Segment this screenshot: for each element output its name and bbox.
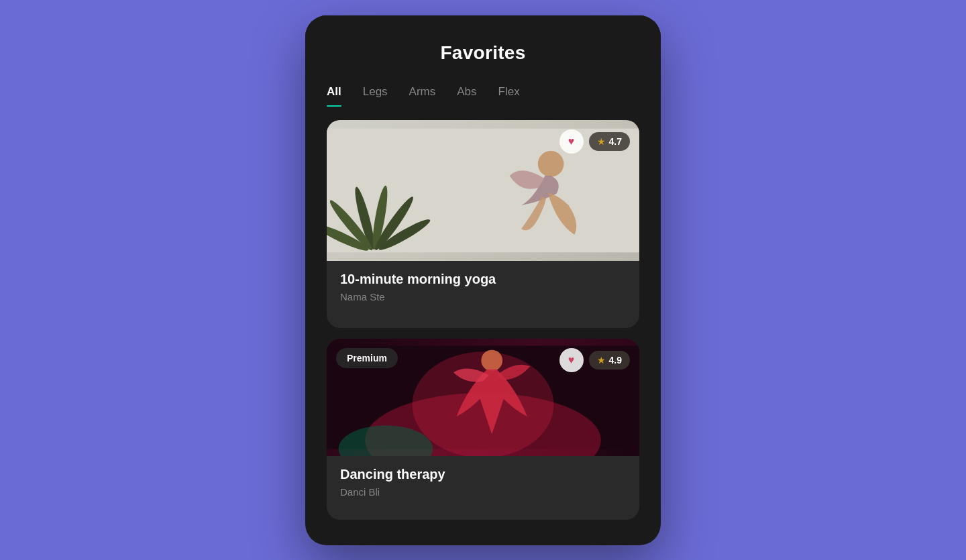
dancing-rating-badge: ★ 4.9	[589, 351, 630, 370]
card-dancing[interactable]: Premium ♥ ★ 4.9 Dancing therapy Danci Bl…	[327, 339, 639, 520]
card-yoga-info: 10-minute morning yoga Nama Ste	[327, 261, 639, 313]
heart-icon: ♥	[568, 135, 575, 148]
heart-icon: ♥	[568, 354, 575, 366]
card-yoga-image: ♥ ★ 4.7	[327, 120, 639, 261]
premium-badge: Premium	[336, 348, 398, 368]
svg-point-12	[481, 349, 502, 371]
card-dancing-info: Dancing therapy Danci Bli	[327, 456, 639, 508]
star-icon: ★	[597, 355, 606, 366]
tab-legs[interactable]: Legs	[363, 85, 388, 107]
star-icon: ★	[597, 136, 606, 147]
tab-arms[interactable]: Arms	[409, 85, 436, 107]
dancing-title: Dancing therapy	[340, 467, 626, 482]
yoga-rating-badge: ★ 4.7	[589, 132, 630, 151]
header: Favorites	[305, 15, 661, 74]
yoga-title: 10-minute morning yoga	[340, 272, 626, 287]
phone-frame: Favorites All Legs Arms Abs Flex	[305, 15, 661, 545]
card-dancing-badges: ♥ ★ 4.9	[559, 348, 630, 372]
dancing-rating-value: 4.9	[609, 355, 622, 366]
svg-point-7	[538, 151, 564, 177]
yoga-subtitle: Nama Ste	[340, 291, 626, 302]
tab-abs[interactable]: Abs	[457, 85, 476, 107]
page-title: Favorites	[327, 42, 639, 64]
tab-all[interactable]: All	[327, 85, 341, 107]
card-yoga[interactable]: ♥ ★ 4.7 10-minute morning yoga Nama Ste	[327, 120, 639, 328]
premium-label: Premium	[347, 353, 387, 363]
tabs-container: All Legs Arms Abs Flex	[305, 74, 661, 107]
card-dancing-image: Premium ♥ ★ 4.9	[327, 339, 639, 456]
card-yoga-badges: ♥ ★ 4.7	[559, 129, 630, 154]
yoga-rating-value: 4.7	[609, 136, 622, 147]
dancing-heart-button[interactable]: ♥	[559, 348, 584, 372]
content-area: ♥ ★ 4.7 10-minute morning yoga Nama Ste	[305, 107, 661, 545]
yoga-heart-button[interactable]: ♥	[559, 129, 584, 154]
dancing-subtitle: Danci Bli	[340, 486, 626, 498]
tab-flex[interactable]: Flex	[498, 85, 520, 107]
